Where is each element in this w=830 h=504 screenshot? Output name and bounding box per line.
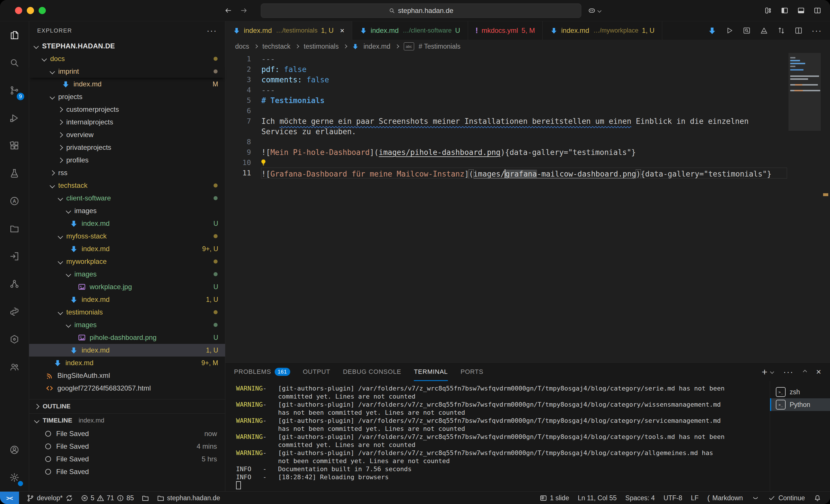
tab-mkdocs-yml[interactable]: ! mkdocs.yml 5, M [468,21,543,40]
chevron-down-icon[interactable] [58,234,63,239]
tree-item-bingsiteauth[interactable]: BingSiteAuth.xml [29,369,225,382]
eol-indicator[interactable]: LF [691,494,699,502]
activity-python[interactable] [0,298,29,326]
activity-hexagon[interactable] [0,326,29,353]
tree-item-projects[interactable]: projects [29,91,225,103]
terminal-instance-zsh[interactable]: >_ zsh [770,385,830,398]
timeline-entry[interactable]: File Saved5 hrs [29,453,225,465]
copilot-menu[interactable] [588,7,601,14]
tree-item-client-software[interactable]: client-software [29,192,225,204]
command-center[interactable]: stephan.hadan.de [261,3,581,18]
timeline-entry[interactable]: File Saved4 mins [29,440,225,453]
toggle-primary-sidebar-button[interactable] [781,7,789,14]
chevron-right-icon[interactable] [58,158,63,163]
chevron-down-icon[interactable] [58,310,63,315]
close-panel-button[interactable]: × [816,367,821,377]
minimap-slider[interactable] [789,53,821,131]
tree-item-profiles[interactable]: profiles [29,154,225,166]
tree-item-privateprojects[interactable]: privateprojects [29,141,225,154]
chevron-down-icon[interactable] [33,43,39,49]
terminal-instance-python[interactable]: >_ Python [770,398,830,411]
markdown-preview-button[interactable] [760,26,768,35]
tree-item-myfoss-stack[interactable]: myfoss-stack [29,230,225,242]
activity-search[interactable] [0,49,29,77]
chevron-right-icon[interactable] [58,120,63,125]
activity-project-manager[interactable] [0,215,29,242]
tree-item-docs[interactable]: docs [29,53,225,65]
tree-item-cs-index[interactable]: index.mdU [29,217,225,230]
open-preview-side-button[interactable] [742,26,751,35]
breadcrumb-item[interactable]: index.md [363,43,390,51]
tree-item-rss[interactable]: rss [29,166,225,179]
activity-live-share[interactable] [0,353,29,381]
toggle-panel-button[interactable] [797,7,805,14]
chevron-down-icon[interactable] [50,69,55,74]
terminal-dropdown-chevron[interactable] [770,370,774,374]
tree-item-imprint[interactable]: imprint [29,65,225,78]
chevron-right-icon[interactable] [58,145,63,150]
chevron-down-icon[interactable] [41,56,47,61]
feedback-smiley[interactable] [752,494,759,502]
chevron-down-icon[interactable] [58,259,63,264]
chevron-right-icon[interactable] [58,107,63,112]
minimap[interactable] [789,53,821,362]
activity-explorer[interactable] [0,21,29,49]
accounts-button[interactable] [0,436,29,464]
tree-item-customerprojects[interactable]: customerprojects [29,103,225,116]
breadcrumb-item[interactable]: techstack [262,43,290,51]
activity-extensions[interactable] [0,132,29,160]
tree-item-cs-images[interactable]: images [29,204,225,217]
timeline-entry[interactable]: File Savednow [29,427,225,440]
close-window-button[interactable] [15,7,22,14]
chevron-down-icon[interactable] [66,322,71,328]
tree-item-myfoss-index[interactable]: index.md9+, U [29,242,225,255]
branch-indicator[interactable]: develop* [27,494,73,502]
activity-remote-explorer[interactable] [0,242,29,270]
notifications-bell[interactable] [813,494,821,502]
back-button[interactable] [224,7,232,14]
timeline-entry[interactable]: File Saved [29,465,225,478]
folder-indicator[interactable] [141,494,149,502]
run-button[interactable] [725,26,734,35]
tab-terminal[interactable]: TERMINAL [414,363,448,381]
cursor-position-indicator[interactable]: Ln 11, Col 55 [578,494,617,502]
close-tab-button[interactable]: × [340,26,344,35]
tree-item-mw-images[interactable]: images [29,268,225,280]
chevron-down-icon[interactable] [50,183,55,188]
tab-index-myworkplace[interactable]: index.md …/myworkplace 1, U [543,21,662,40]
slide-count-indicator[interactable]: 1 slide [540,494,569,502]
minimize-window-button[interactable] [27,7,34,14]
tree-item-google-html[interactable]: googlef727264f56832057.html [29,382,225,395]
split-editor-button[interactable] [794,26,803,35]
outline-section-header[interactable]: OUTLINE [29,399,225,413]
customize-layout-button[interactable] [764,7,772,14]
toggle-secondary-sidebar-button[interactable] [813,7,821,14]
breadcrumb-item[interactable]: docs [235,43,249,51]
tree-item-tm-images[interactable]: images [29,318,225,331]
activity-run-debug[interactable] [0,104,29,132]
chevron-down-icon[interactable] [50,94,55,99]
remote-indicator[interactable]: >< [0,492,19,504]
activity-testing[interactable] [0,160,29,187]
chevron-right-icon[interactable] [58,132,63,137]
tree-item-mw-index[interactable]: index.md1, U [29,293,225,306]
lightbulb-icon[interactable] [260,159,267,166]
compare-changes-button[interactable] [777,26,786,35]
tree-item-imprint-index[interactable]: index.mdM [29,78,225,91]
zoom-window-button[interactable] [39,7,46,14]
tab-debug-console[interactable]: DEBUG CONSOLE [343,363,401,381]
chevron-right-icon[interactable] [50,170,55,175]
tree-item-overview[interactable]: overview [29,129,225,141]
panel-more-actions-button[interactable]: ··· [783,367,794,377]
activity-circle-a[interactable]: A [0,187,29,215]
chevron-down-icon[interactable] [66,208,71,213]
new-terminal-button[interactable]: + [762,367,768,377]
continue-indicator[interactable]: Continue [768,494,805,502]
tab-index-client-software[interactable]: index.md …/client-software U [352,21,468,40]
tab-ports[interactable]: PORTS [460,363,483,381]
tab-index-testimonials[interactable]: index.md …/testimonials 1, U × [225,21,352,40]
markdown-download-icon[interactable] [708,26,716,35]
code-area[interactable]: --- pdf: false comments: false --- # Tes… [261,53,830,362]
chevron-down-icon[interactable] [66,272,71,277]
current-line[interactable]: ![Grafana-Dashboard für meine Mailcow-In… [261,168,787,178]
